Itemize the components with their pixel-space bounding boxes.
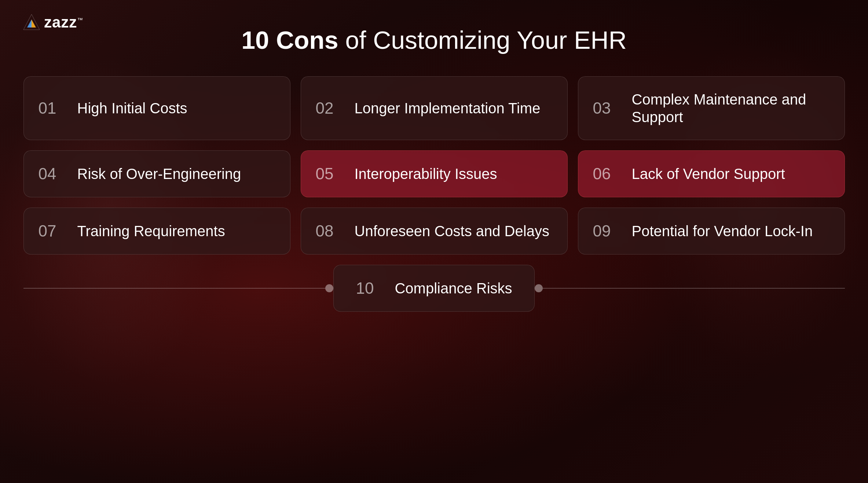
card-item-01: 01 High Initial Costs <box>23 76 290 140</box>
card-number-08: 08 <box>316 222 341 240</box>
card-number-04: 04 <box>39 165 64 183</box>
card-label-03: Complex Maintenance and Support <box>632 91 830 126</box>
card-label-02: Longer Implementation Time <box>355 99 541 117</box>
bottom-row: 10 Compliance Risks <box>23 265 845 312</box>
connector-dot-left <box>325 284 333 292</box>
card-item-05: 05 Interoperability Issues <box>301 150 568 197</box>
card-number-05: 05 <box>316 165 341 183</box>
bottom-card-number: 10 <box>356 279 381 297</box>
page-title: 10 Cons of Customizing Your EHR <box>241 26 627 54</box>
card-label-07: Training Requirements <box>77 222 225 240</box>
card-label-09: Potential for Vendor Lock-In <box>632 222 813 240</box>
card-item-03: 03 Complex Maintenance and Support <box>578 76 845 140</box>
card-item-09: 09 Potential for Vendor Lock-In <box>578 208 845 255</box>
card-item-07: 07 Training Requirements <box>23 208 290 255</box>
logo-icon <box>22 13 41 32</box>
card-item-06: 06 Lack of Vendor Support <box>578 150 845 197</box>
card-number-09: 09 <box>593 222 619 240</box>
connector-dot-right <box>535 284 543 292</box>
connector-line-left <box>23 288 326 289</box>
svg-marker-3 <box>32 19 36 28</box>
card-number-03: 03 <box>593 99 619 117</box>
logo: zazz™ <box>22 13 83 32</box>
bottom-card: 10 Compliance Risks <box>333 265 534 312</box>
bottom-card-label: Compliance Risks <box>395 279 512 297</box>
card-label-08: Unforeseen Costs and Delays <box>355 222 549 240</box>
cards-grid: 01 High Initial Costs 02 Longer Implemen… <box>23 76 845 255</box>
card-label-04: Risk of Over-Engineering <box>77 165 241 183</box>
logo-text: zazz™ <box>44 14 83 31</box>
connector-line-right <box>543 288 845 289</box>
card-label-01: High Initial Costs <box>77 99 187 117</box>
card-item-02: 02 Longer Implementation Time <box>301 76 568 140</box>
card-label-06: Lack of Vendor Support <box>632 165 785 183</box>
card-number-06: 06 <box>593 165 619 183</box>
card-number-07: 07 <box>39 222 64 240</box>
card-label-05: Interoperability Issues <box>355 165 497 183</box>
card-item-08: 08 Unforeseen Costs and Delays <box>301 208 568 255</box>
page-content: zazz™ 10 Cons of Customizing Your EHR 01… <box>0 0 868 483</box>
card-number-01: 01 <box>39 99 64 117</box>
card-item-04: 04 Risk of Over-Engineering <box>23 150 290 197</box>
card-number-02: 02 <box>316 99 341 117</box>
